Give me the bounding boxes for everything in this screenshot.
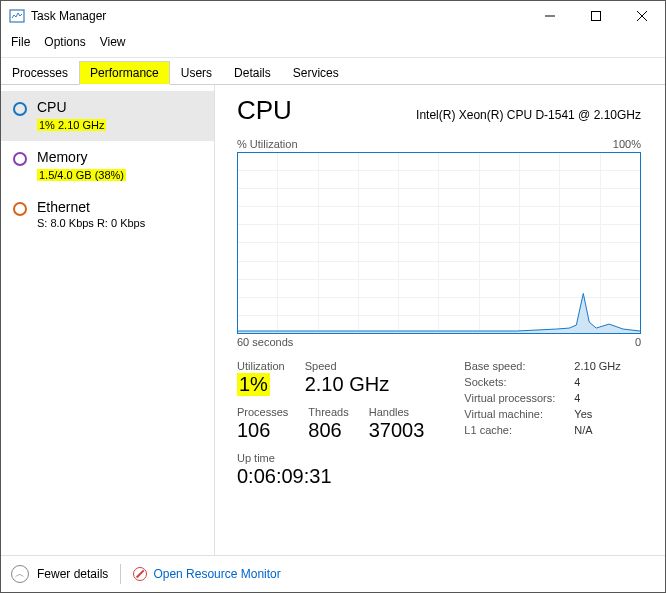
memory-ring-icon (13, 152, 27, 166)
tab-processes[interactable]: Processes (1, 61, 79, 85)
sidebar-sub-ethernet: S: 8.0 Kbps R: 0 Kbps (37, 217, 145, 229)
stat-handles: Handles 37003 (369, 406, 425, 442)
main-panel: CPU Intel(R) Xeon(R) CPU D-1541 @ 2.10GH… (215, 85, 665, 555)
menubar: File Options View (1, 31, 665, 58)
chart-xmax: 60 seconds (237, 336, 293, 348)
tab-users[interactable]: Users (170, 61, 223, 85)
menu-options[interactable]: Options (40, 33, 95, 55)
stat-processes: Processes 106 (237, 406, 288, 442)
sidebar-item-ethernet[interactable]: Ethernet S: 8.0 Kbps R: 0 Kbps (1, 191, 214, 237)
cpu-ring-icon (13, 102, 27, 116)
stat-speed: Speed 2.10 GHz (305, 360, 389, 396)
chart-bottom-labels: 60 seconds 0 (237, 336, 641, 348)
cpu-utilization-chart[interactable] (237, 152, 641, 334)
sidebar-item-memory[interactable]: Memory 1.5/4.0 GB (38%) (1, 141, 214, 191)
app-icon (9, 8, 25, 24)
close-button[interactable] (619, 1, 665, 31)
chart-ylabel: % Utilization (237, 138, 298, 150)
sidebar-item-cpu[interactable]: CPU 1% 2.10 GHz (1, 91, 214, 141)
stat-utilization: Utilization 1% (237, 360, 285, 396)
ethernet-ring-icon (13, 202, 27, 216)
window-title: Task Manager (31, 9, 527, 23)
tab-performance[interactable]: Performance (79, 61, 170, 85)
separator (120, 564, 121, 584)
stat-threads: Threads 806 (308, 406, 348, 442)
stat-uptime: Up time 0:06:09:31 (237, 452, 424, 488)
chart-ymax: 100% (613, 138, 641, 150)
cpu-info: Base speed:2.10 GHz Sockets:4 Virtual pr… (464, 360, 620, 488)
main-header: CPU Intel(R) Xeon(R) CPU D-1541 @ 2.10GH… (237, 95, 641, 126)
sidebar-sub-cpu: 1% 2.10 GHz (37, 119, 106, 131)
chart-xmin: 0 (635, 336, 641, 348)
fewer-details-link[interactable]: Fewer details (37, 567, 108, 581)
tabs: Processes Performance Users Details Serv… (1, 60, 665, 85)
sidebar-label-ethernet: Ethernet (37, 199, 145, 215)
sidebar-label-cpu: CPU (37, 99, 106, 115)
open-resource-monitor-link[interactable]: Open Resource Monitor (133, 567, 280, 581)
footer: ︿ Fewer details Open Resource Monitor (1, 555, 665, 591)
resource-monitor-icon (133, 567, 147, 581)
maximize-button[interactable] (573, 1, 619, 31)
sidebar-label-memory: Memory (37, 149, 126, 165)
content: CPU 1% 2.10 GHz Memory 1.5/4.0 GB (38%) … (1, 85, 665, 555)
tab-details[interactable]: Details (223, 61, 282, 85)
menu-file[interactable]: File (7, 33, 40, 55)
minimize-button[interactable] (527, 1, 573, 31)
cpu-model: Intel(R) Xeon(R) CPU D-1541 @ 2.10GHz (416, 108, 641, 122)
menu-view[interactable]: View (96, 33, 136, 55)
sidebar: CPU 1% 2.10 GHz Memory 1.5/4.0 GB (38%) … (1, 85, 215, 555)
window-buttons (527, 1, 665, 31)
svg-rect-2 (592, 12, 601, 21)
page-title: CPU (237, 95, 292, 126)
sidebar-sub-memory: 1.5/4.0 GB (38%) (37, 169, 126, 181)
stats-area: Utilization 1% Speed 2.10 GHz Processes … (237, 360, 641, 488)
tab-services[interactable]: Services (282, 61, 350, 85)
titlebar: Task Manager (1, 1, 665, 31)
chevron-up-icon[interactable]: ︿ (11, 565, 29, 583)
chart-top-labels: % Utilization 100% (237, 138, 641, 150)
